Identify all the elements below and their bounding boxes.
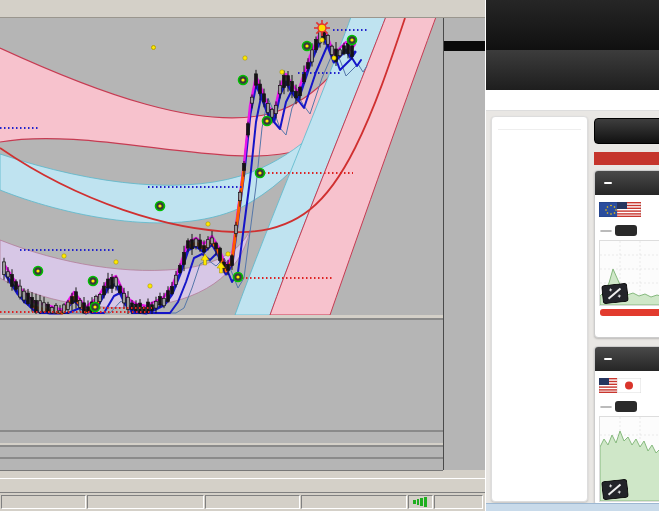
howto-card	[491, 116, 588, 502]
status-bar	[0, 492, 485, 511]
binary-options-button[interactable]	[594, 118, 659, 144]
us-flag-icon	[617, 202, 641, 217]
asset-select[interactable]	[604, 358, 612, 360]
current-price-box	[444, 41, 485, 51]
status-traffic	[434, 495, 483, 509]
chart-area[interactable]	[0, 18, 443, 315]
asset-widget-usdjpy	[594, 346, 659, 506]
duration-pill[interactable]	[600, 406, 612, 408]
asset-select[interactable]	[604, 182, 612, 184]
status-empty-1	[205, 495, 300, 509]
jp-flag-icon	[617, 378, 641, 393]
marker-dot	[151, 45, 156, 50]
timeframe-toolbar	[0, 0, 485, 18]
asset-widget-eurusd	[594, 170, 659, 338]
popular-assets-tag	[594, 152, 659, 165]
status-help	[1, 495, 86, 509]
duration-pill[interactable]	[600, 230, 612, 232]
screen	[0, 0, 659, 511]
price-chart	[0, 18, 443, 315]
asset-flags	[595, 195, 659, 223]
connection-bars-icon	[408, 495, 434, 509]
asset-widget-header	[595, 347, 659, 371]
binomo-nav	[486, 50, 659, 90]
status-account	[87, 495, 204, 509]
price-scale[interactable]	[443, 18, 485, 470]
duration-toggle[interactable]	[615, 225, 637, 236]
header-clock	[608, 7, 611, 19]
asset-widget-header	[595, 171, 659, 195]
indicator-row-sfb	[0, 445, 443, 457]
mini-chart	[599, 416, 659, 502]
asset-flags	[595, 371, 659, 399]
binomo-panel	[485, 0, 659, 511]
window-bottom-strip	[486, 503, 659, 511]
magic-wand-icon	[601, 283, 629, 305]
duration-row	[595, 223, 659, 238]
mini-chart	[599, 240, 659, 306]
quotes-ticker	[486, 90, 659, 111]
indicator-row-podval	[0, 457, 443, 470]
mt4-window	[0, 0, 485, 511]
binomo-header	[486, 0, 659, 50]
chart-tabs-bar	[0, 478, 485, 492]
duration-toggle[interactable]	[615, 401, 637, 412]
duration-row	[595, 399, 659, 414]
indicator-row-sfet	[0, 430, 443, 443]
magic-wand-icon	[601, 479, 629, 501]
indicator-panel[interactable]	[0, 318, 443, 430]
howto-title	[498, 124, 581, 130]
status-empty-2	[301, 495, 406, 509]
sentiment-bar	[600, 309, 659, 316]
time-axis	[0, 470, 443, 478]
